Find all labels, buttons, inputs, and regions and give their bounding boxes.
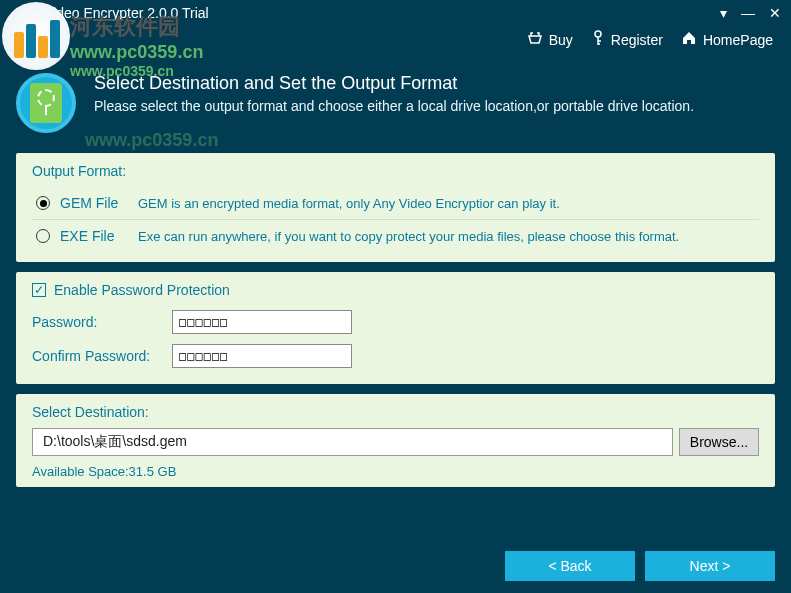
radio-gem[interactable]: GEM File GEM is an encrypted media forma… (32, 189, 759, 217)
homepage-button[interactable]: HomePage (681, 30, 773, 49)
radio-desc: GEM is an encrypted media format, only A… (138, 196, 560, 211)
minimize-icon[interactable]: — (741, 5, 755, 21)
radio-icon (36, 229, 50, 243)
radio-desc: Exe can run anywhere, if you want to cop… (138, 229, 679, 244)
svg-point-0 (595, 31, 601, 37)
destination-panel: Select Destination: Browse... Available … (16, 394, 775, 487)
radio-icon (36, 196, 50, 210)
browse-button[interactable]: Browse... (679, 428, 759, 456)
home-icon (681, 31, 697, 48)
radio-exe[interactable]: EXE File Exe can run anywhere, if you wa… (32, 222, 759, 250)
destination-label: Select Destination: (32, 404, 759, 420)
zip-icon (30, 83, 62, 123)
back-button[interactable]: < Back (505, 551, 635, 581)
destination-input[interactable] (32, 428, 673, 456)
register-button[interactable]: Register (591, 30, 663, 49)
password-input[interactable] (172, 310, 352, 334)
enable-password-label: Enable Password Protection (54, 282, 230, 298)
output-format-title: Output Format: (32, 163, 759, 179)
basket-icon (527, 31, 543, 48)
next-button[interactable]: Next > (645, 551, 775, 581)
radio-label: GEM File (60, 195, 128, 211)
dropdown-icon[interactable]: ▾ (720, 5, 727, 21)
confirm-password-input[interactable] (172, 344, 352, 368)
buy-button[interactable]: Buy (527, 30, 573, 49)
available-space: Available Space:31.5 GB (32, 464, 759, 479)
enable-password-checkbox[interactable]: ✓ (32, 283, 46, 297)
divider (32, 219, 759, 220)
password-panel: ✓ Enable Password Protection Password: C… (16, 272, 775, 384)
output-format-panel: Output Format: GEM File GEM is an encryp… (16, 153, 775, 262)
step-icon (16, 73, 76, 133)
key-icon (591, 30, 605, 49)
radio-label: EXE File (60, 228, 128, 244)
page-subtitle: Please select the output format and choo… (94, 98, 694, 114)
page-title: Select Destination and Set the Output Fo… (94, 73, 694, 94)
window-title: Any Video Encrypter 2.0.0 Trial (16, 5, 209, 21)
close-icon[interactable]: ✕ (769, 5, 781, 21)
password-label: Password: (32, 314, 162, 330)
confirm-password-label: Confirm Password: (32, 348, 162, 364)
